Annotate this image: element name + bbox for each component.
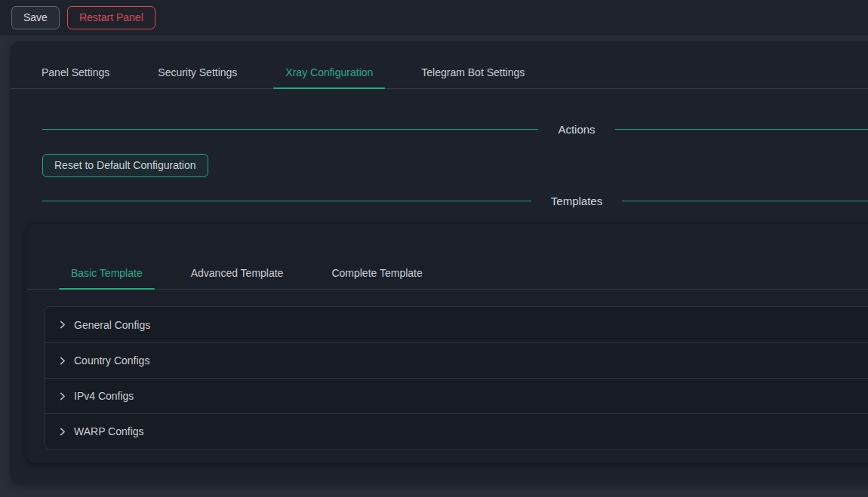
collapse-label: General Configs xyxy=(74,319,150,331)
chevron-right-icon xyxy=(57,356,66,365)
restart-panel-button[interactable]: Restart Panel xyxy=(67,6,155,29)
tab-telegram-bot-settings[interactable]: Telegram Bot Settings xyxy=(409,57,537,88)
collapse-label: IPv4 Configs xyxy=(74,390,134,402)
settings-tab-bar: Panel Settings Security Settings Xray Co… xyxy=(11,41,868,89)
tab-panel-settings[interactable]: Panel Settings xyxy=(29,57,122,88)
settings-card: Panel Settings Security Settings Xray Co… xyxy=(11,41,868,483)
collapse-label: Country Configs xyxy=(74,354,149,367)
actions-divider: Actions xyxy=(42,123,868,136)
top-action-bar: Save Restart Panel xyxy=(0,0,868,35)
divider-line xyxy=(42,129,538,130)
collapse-label: WARP Configs xyxy=(74,425,144,437)
divider-line xyxy=(622,201,868,201)
divider-line xyxy=(42,201,531,201)
collapse-general-configs[interactable]: General Configs xyxy=(45,307,868,342)
reset-default-config-button[interactable]: Reset to Default Configuration xyxy=(42,154,208,177)
templates-divider: Templates xyxy=(42,195,868,207)
save-button[interactable]: Save xyxy=(11,6,60,29)
collapse-ipv4-configs[interactable]: IPv4 Configs xyxy=(45,378,868,413)
tab-complete-template[interactable]: Complete Template xyxy=(319,257,434,289)
divider-line xyxy=(615,129,868,130)
templates-divider-label: Templates xyxy=(531,195,622,207)
tab-advanced-template[interactable]: Advanced Template xyxy=(179,257,296,289)
template-tab-bar: Basic Template Advanced Template Complet… xyxy=(26,224,868,290)
chevron-right-icon xyxy=(57,391,66,400)
templates-card: Basic Template Advanced Template Complet… xyxy=(26,224,868,463)
collapse-country-configs[interactable]: Country Configs xyxy=(45,342,868,378)
chevron-right-icon xyxy=(57,321,66,330)
tab-xray-configuration[interactable]: Xray Configuration xyxy=(273,57,385,88)
tab-basic-template[interactable]: Basic Template xyxy=(59,257,155,289)
config-collapse-group: General Configs Country Configs IPv4 Con… xyxy=(44,306,868,449)
chevron-right-icon xyxy=(57,427,66,436)
collapse-warp-configs[interactable]: WARP Configs xyxy=(45,413,868,449)
tab-security-settings[interactable]: Security Settings xyxy=(146,57,249,88)
actions-divider-label: Actions xyxy=(538,123,614,136)
